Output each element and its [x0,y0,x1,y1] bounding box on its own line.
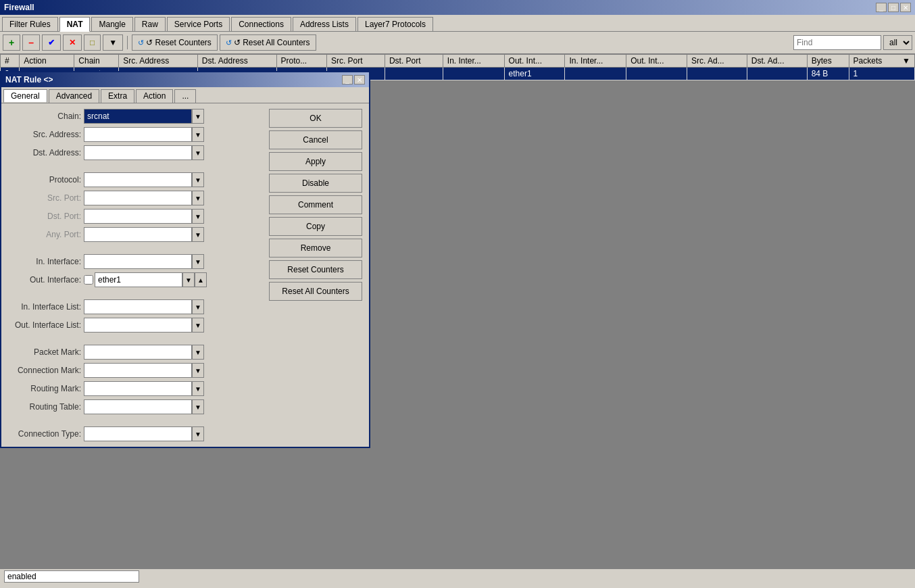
out-interface-list-input[interactable] [84,318,192,333]
close-button[interactable]: ✕ [900,3,911,12]
col-dst-ad: Dst. Ad... [747,55,807,68]
remove-button-dialog[interactable]: Remove [269,239,362,258]
dialog-close-button[interactable]: ✕ [354,75,365,84]
col-src-port: Src. Port [326,55,385,68]
in-interface-dropdown-btn[interactable]: ▼ [192,254,204,269]
reset-all-counters-toolbar-button[interactable]: ↺ ↺ Reset All Counters [220,34,316,51]
cell-bytes: 84 B [807,68,849,80]
in-interface-input[interactable] [84,254,192,269]
col-packets: Packets ▼ [849,55,914,68]
dialog-tab-advanced[interactable]: Advanced [49,89,99,103]
filter-icon: ▼ [109,38,117,47]
routing-mark-label: Routing Mark: [7,384,81,393]
tab-nat[interactable]: NAT [59,17,91,32]
in-interface-list-dropdown-btn[interactable]: ▼ [192,299,204,314]
connection-mark-input-group: ▼ [84,363,204,378]
protocol-input[interactable] [84,172,192,187]
dst-port-dropdown-btn[interactable]: ▼ [192,209,204,224]
packet-mark-input[interactable] [84,345,192,360]
search-input[interactable] [793,35,881,50]
dialog-body: Chain: ▼ Src. Address: ▼ Dst. Ad [1,103,369,447]
out-interface-up-btn[interactable]: ▲ [195,272,207,287]
routing-mark-dropdown-btn[interactable]: ▼ [192,381,204,396]
dialog-tab-action[interactable]: Action [136,89,173,103]
dialog-tab-extra[interactable]: Extra [101,89,134,103]
tab-service-ports[interactable]: Service Ports [167,17,230,31]
tab-address-lists[interactable]: Address Lists [293,17,356,31]
packet-mark-dropdown-btn[interactable]: ▼ [192,345,204,360]
remove-button[interactable]: – [22,34,40,51]
routing-table-input[interactable] [84,399,192,414]
tab-raw[interactable]: Raw [134,17,166,31]
dst-port-input[interactable] [84,209,192,224]
reset-counters-button[interactable]: Reset Counters [269,260,362,279]
connection-mark-dropdown-btn[interactable]: ▼ [192,363,204,378]
dst-address-dropdown-btn[interactable]: ▼ [192,145,204,160]
maximize-button[interactable]: □ [888,3,899,12]
routing-table-label: Routing Table: [7,402,81,412]
disable-button-dialog[interactable]: Disable [269,174,362,193]
src-address-input[interactable] [84,127,192,142]
add-button[interactable]: + [3,34,20,51]
in-interface-row: In. Interface: ▼ [7,254,264,269]
apply-button[interactable]: Apply [269,152,362,171]
col-src-ad: Src. Ad... [687,55,747,68]
copy-button[interactable]: Copy [269,217,362,236]
reset-counters-label: ↺ Reset Counters [146,38,212,47]
remove-icon: – [28,37,34,48]
dst-port-label: Dst. Port: [7,212,81,221]
dialog-title-bar: NAT Rule <> _ ✕ [1,72,369,87]
dialog-tab-general[interactable]: General [3,89,47,103]
tab-connections[interactable]: Connections [231,17,291,31]
src-address-dropdown-btn[interactable]: ▼ [192,127,204,142]
chain-dropdown-btn[interactable]: ▼ [192,109,204,124]
filter-button[interactable]: ▼ [103,34,123,51]
disable-button[interactable]: ✕ [63,34,82,51]
out-interface-list-dropdown-btn[interactable]: ▼ [192,318,204,333]
in-interface-list-input[interactable] [84,299,192,314]
src-port-input[interactable] [84,191,192,205]
dst-address-input-group: ▼ [84,145,204,160]
routing-table-row: Routing Table: ▼ [7,399,264,414]
chain-input[interactable] [84,109,192,124]
connection-type-input[interactable] [84,426,192,441]
ok-button[interactable]: OK [269,109,362,128]
dst-address-input[interactable] [84,145,192,160]
out-interface-label: Out. Interface: [7,275,81,285]
routing-mark-input[interactable] [84,381,192,396]
enable-button[interactable]: ✔ [42,34,61,51]
minimize-button[interactable]: _ [876,3,887,12]
out-interface-input[interactable] [95,272,182,287]
tab-layer7-protocols[interactable]: Layer7 Protocols [357,17,433,31]
cell-out-int: ether1 [504,68,565,80]
src-address-row: Src. Address: ▼ [7,127,264,142]
connection-type-dropdown-btn[interactable]: ▼ [192,426,204,441]
title-bar: Firewall _ □ ✕ [0,0,915,15]
connection-mark-input[interactable] [84,363,192,378]
dialog-controls: _ ✕ [342,75,365,84]
search-filter-dropdown[interactable]: all [883,35,912,50]
dst-address-label: Dst. Address: [7,148,81,157]
any-port-input[interactable] [84,227,192,242]
col-chain: Chain [74,55,119,68]
table-header-row: # Action Chain Src. Address Dst. Address… [1,55,915,68]
dialog-tab-more[interactable]: ... [174,89,196,103]
any-port-dropdown-btn[interactable]: ▼ [192,227,204,242]
cancel-button[interactable]: Cancel [269,130,362,149]
reset-counters-toolbar-button[interactable]: ↺ ↺ Reset Counters [132,34,218,51]
comment-button[interactable]: Comment [269,195,362,214]
cell-dst-ad [747,68,807,80]
routing-table-dropdown-btn[interactable]: ▼ [192,399,204,414]
title-bar-controls: _ □ ✕ [876,3,911,12]
reset-all-counters-button[interactable]: Reset All Counters [269,282,362,301]
protocol-dropdown-btn[interactable]: ▼ [192,172,204,187]
chain-input-group: ▼ [84,109,204,124]
copy-toolbar-button[interactable]: □ [84,34,101,51]
dialog-minimize-button[interactable]: _ [342,75,353,84]
src-port-dropdown-btn[interactable]: ▼ [192,191,204,205]
tab-filter-rules[interactable]: Filter Rules [2,17,58,31]
search-area: all [793,35,912,50]
out-interface-dropdown-btn[interactable]: ▼ [182,272,195,287]
tab-mangle[interactable]: Mangle [91,17,132,31]
out-interface-checkbox[interactable] [84,275,93,285]
